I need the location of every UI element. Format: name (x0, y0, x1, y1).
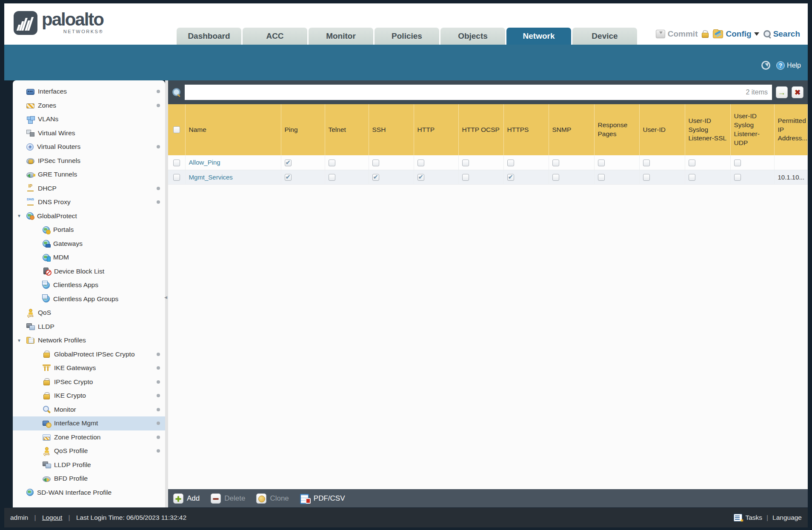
tab-policies[interactable]: Policies (375, 28, 439, 45)
column-header-http-ocsp[interactable]: HTTP OCSP (458, 104, 503, 155)
column-header-response-pages[interactable]: Response Pages (594, 104, 639, 155)
refresh-icon[interactable] (761, 61, 770, 70)
sidebar-item-bfd-profile[interactable]: BFD Profile (13, 472, 165, 486)
sidebar-item-lldp[interactable]: LLDP (13, 320, 165, 334)
user-id-cell (639, 170, 685, 184)
apply-filter-button[interactable]: → (776, 86, 788, 98)
ssh-cell (369, 170, 414, 184)
commit-button[interactable]: Commit (656, 29, 698, 39)
sidebar-item-monitor[interactable]: Monitor (13, 403, 165, 417)
sidebar-item-network-profiles[interactable]: ▼Network Profiles (13, 333, 165, 348)
profile-name-link[interactable]: Mgmt_Services (189, 174, 233, 181)
language-button[interactable]: Language (772, 514, 802, 521)
response-pages-checkbox[interactable] (598, 174, 605, 181)
tab-network[interactable]: Network (506, 28, 571, 45)
sidebar-item-gateways[interactable]: Gateways (13, 237, 165, 251)
response-pages-checkbox[interactable] (598, 160, 605, 166)
sidebar-item-zones[interactable]: Zones (13, 99, 165, 113)
sidebar-item-clientless-apps[interactable]: Clientless Apps (13, 278, 165, 292)
user-id-syslog-listener-ssl-checkbox[interactable] (689, 160, 695, 166)
tasks-button[interactable]: Tasks (745, 514, 762, 521)
sidebar-item-interfaces[interactable]: Interfaces (13, 85, 165, 99)
http-checkbox[interactable] (417, 174, 424, 181)
sidebar-splitter[interactable]: ◀ (165, 80, 168, 507)
user-id-checkbox[interactable] (643, 160, 650, 166)
https-checkbox[interactable] (507, 160, 514, 166)
tab-monitor[interactable]: Monitor (309, 28, 373, 45)
column-header-snmp[interactable]: SNMP (549, 104, 594, 155)
sidebar-item-dhcp[interactable]: DHCP (13, 182, 165, 196)
user-id-checkbox[interactable] (643, 174, 650, 181)
http-ocsp-checkbox[interactable] (462, 174, 469, 181)
snmp-checkbox[interactable] (552, 174, 559, 181)
sidebar-item-vlans[interactable]: VLANs (13, 112, 165, 126)
filter-input[interactable] (185, 85, 772, 100)
expander-triangle-icon[interactable]: ▼ (17, 214, 21, 218)
sidebar-item-qos[interactable]: QoS (13, 306, 165, 320)
ping-checkbox[interactable] (285, 174, 292, 181)
https-checkbox[interactable] (507, 174, 514, 181)
select-all-checkbox[interactable] (173, 126, 180, 133)
pdf-csv-button[interactable]: PDF/CSV (300, 493, 345, 504)
column-header-https[interactable]: HTTPS (503, 104, 549, 155)
column-header-http[interactable]: HTTP (414, 104, 458, 155)
clear-filter-button[interactable]: ✖ (792, 86, 803, 98)
global-search-button[interactable]: Search (763, 29, 800, 39)
sidebar-item-virtual-routers[interactable]: Virtual Routers (13, 140, 165, 154)
column-header-permitted-ip-address-[interactable]: Permitted IP Address... (774, 104, 808, 155)
profile-name-link[interactable]: Allow_Ping (189, 159, 220, 166)
sidebar-item-zone-protection[interactable]: Zone Protection (13, 430, 165, 445)
column-header-telnet[interactable]: Telnet (325, 104, 369, 155)
sidebar-item-ipsec-tunnels[interactable]: IPSec Tunnels (13, 154, 165, 168)
sidebar-item-qos-profile[interactable]: QoS Profile (13, 444, 165, 458)
sidebar-item-ipsec-crypto[interactable]: IPSec Crypto (13, 375, 165, 389)
column-header-ssh[interactable]: SSH (369, 104, 414, 155)
sidebar-item-lldp-profile[interactable]: LLDP Profile (13, 458, 165, 472)
sidebar-item-globalprotect-ipsec-crypto[interactable]: GlobalProtect IPSec Crypto (13, 348, 165, 362)
sidebar-item-gre-tunnels[interactable]: GRE Tunnels (13, 168, 165, 182)
tab-acc[interactable]: ACC (243, 28, 307, 45)
user-id-syslog-listener-ssl-checkbox[interactable] (689, 174, 695, 181)
ssh-checkbox[interactable] (372, 174, 379, 181)
user-id-syslog-listener-udp-checkbox[interactable] (734, 160, 741, 166)
help-button[interactable]: ? Help (776, 61, 801, 70)
logout-link[interactable]: Logout (42, 514, 62, 521)
column-header-ping[interactable]: Ping (281, 104, 325, 155)
tab-objects[interactable]: Objects (440, 28, 505, 45)
config-button[interactable]: Config (713, 29, 759, 39)
sidebar-item-dns-proxy[interactable]: DNS Proxy (13, 195, 165, 209)
http-ocsp-checkbox[interactable] (462, 160, 469, 166)
sidebar-item-sd-wan-interface-profile[interactable]: SD-WAN Interface Profile (13, 486, 165, 500)
snmp-checkbox[interactable] (552, 160, 559, 166)
clone-button[interactable]: Clone (256, 493, 289, 504)
sidebar-item-portals[interactable]: Portals (13, 223, 165, 237)
ssh-checkbox[interactable] (372, 160, 379, 166)
column-header-user-id-syslog-listener-ssl[interactable]: User-ID Syslog Listener-SSL (685, 104, 730, 155)
column-header-name[interactable]: Name (185, 104, 281, 155)
telnet-checkbox[interactable] (329, 160, 335, 166)
row-select-checkbox[interactable] (173, 160, 180, 166)
row-select-checkbox[interactable] (173, 174, 180, 181)
expander-triangle-icon[interactable]: ▼ (17, 338, 21, 343)
ping-checkbox[interactable] (285, 160, 292, 166)
http-checkbox[interactable] (417, 160, 424, 166)
separator: | (69, 514, 70, 521)
column-header-user-id-syslog-listener-udp[interactable]: User-ID Syslog Listener-UDP (730, 104, 774, 155)
sidebar-item-device-block-list[interactable]: Device Block List (13, 265, 165, 279)
add-button[interactable]: Add (173, 493, 200, 504)
column-header-user-id[interactable]: User-ID (639, 104, 685, 155)
sidebar-item-virtual-wires[interactable]: Virtual Wires (13, 126, 165, 140)
delete-button[interactable]: Delete (211, 493, 245, 504)
sidebar-item-ike-crypto[interactable]: IKE Crypto (13, 389, 165, 403)
user-id-syslog-listener-udp-checkbox[interactable] (734, 174, 741, 181)
sidebar-item-clientless-app-groups[interactable]: Clientless App Groups (13, 292, 165, 306)
sidebar-item-interface-mgmt[interactable]: Interface Mgmt (13, 416, 165, 430)
sidebar-item-ike-gateways[interactable]: IKE Gateways (13, 361, 165, 375)
tab-dashboard[interactable]: Dashboard (177, 28, 241, 45)
sidebar-item-globalprotect[interactable]: ▼GlobalProtect (13, 209, 165, 223)
telnet-checkbox[interactable] (329, 174, 335, 181)
sidebar-item-mdm[interactable]: MDM (13, 251, 165, 265)
globe-icon (26, 489, 34, 496)
tab-device[interactable]: Device (572, 28, 637, 45)
lock-icon[interactable] (702, 30, 709, 38)
